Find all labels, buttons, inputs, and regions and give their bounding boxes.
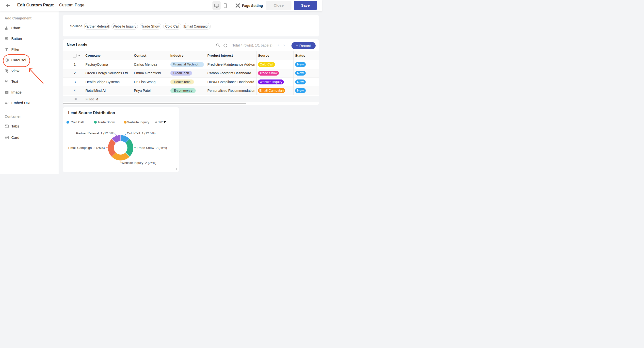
svg-text:Trade Show 2 (25%): Trade Show 2 (25%) <box>137 146 167 150</box>
svg-text:Partner Referral 1 (12.5%): Partner Referral 1 (12.5%) <box>76 131 114 135</box>
svg-text:Cold Call 1 (12.5%): Cold Call 1 (12.5%) <box>127 131 156 135</box>
svg-text:Email Campaign 2 (25%): Email Campaign 2 (25%) <box>68 146 105 150</box>
svg-text:Website Inquiry 2 (25%): Website Inquiry 2 (25%) <box>121 161 156 164</box>
